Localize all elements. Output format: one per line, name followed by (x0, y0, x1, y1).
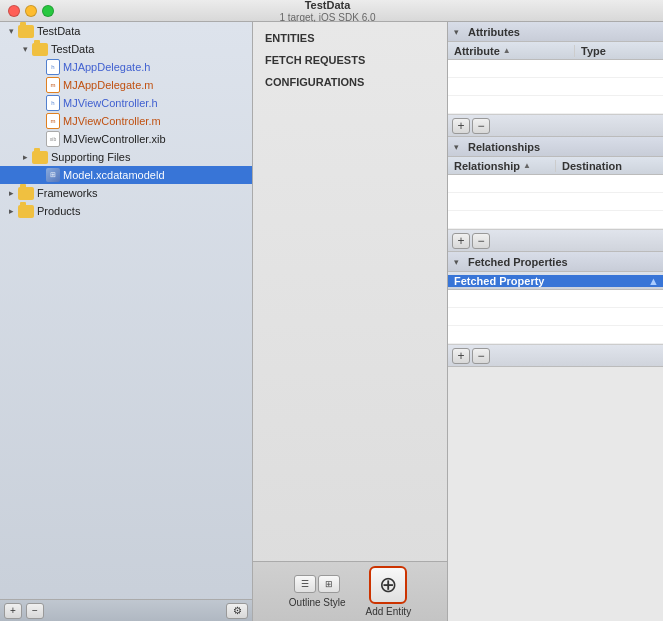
sidebar-add-button[interactable]: + (4, 603, 22, 619)
sidebar-item-label: MJAppDelegate.m (63, 79, 154, 91)
attributes-remove-button[interactable]: − (472, 118, 490, 134)
fetched-add-button[interactable]: + (452, 348, 470, 364)
attributes-add-button[interactable]: + (452, 118, 470, 134)
sidebar-item-testdata-group[interactable]: TestData (0, 40, 252, 58)
attributes-disclosure[interactable]: ▾ (454, 27, 464, 37)
relationship-col-header[interactable]: Relationship ▲ (448, 160, 556, 172)
middle-bottom-toolbar: ☰ ⊞ Outline Style ⊕ Add Entity (253, 561, 447, 621)
folder-icon (32, 43, 48, 56)
fetched-sort-arrow[interactable]: ▲ (644, 275, 663, 287)
add-entity-group: ⊕ Add Entity (366, 566, 412, 617)
relationships-section: ▾ Relationships Relationship ▲ Destinati… (448, 137, 663, 252)
relationships-title: Relationships (468, 141, 540, 153)
sidebar-content: TestData TestData h MJAppDelegate.h m MJ… (0, 22, 252, 599)
sidebar-item-products[interactable]: Products (0, 202, 252, 220)
empty-row (448, 193, 663, 211)
sidebar-item-label: MJViewController.h (63, 97, 158, 109)
fetched-properties-table: Fetched Property ▲ (448, 272, 663, 344)
outline-style-label: Outline Style (289, 597, 346, 608)
relationships-remove-button[interactable]: − (472, 233, 490, 249)
middle-panel: ENTITIES FETCH REQUESTS CONFIGURATIONS ☰… (253, 22, 448, 621)
sidebar-item-testdata-root[interactable]: TestData (0, 22, 252, 40)
empty-row (448, 308, 663, 326)
minimize-button[interactable] (25, 5, 37, 17)
relationships-empty-rows (448, 175, 663, 229)
attributes-section-header: ▾ Attributes (448, 22, 663, 42)
disclosure-arrow[interactable] (18, 42, 32, 56)
outline-style-group: ☰ ⊞ Outline Style (289, 575, 346, 608)
outline-style-list-button[interactable]: ☰ (294, 575, 316, 593)
sidebar-item-viewcontroller-xib[interactable]: xib MJViewController.xib (0, 130, 252, 148)
col-label: Attribute (454, 45, 500, 57)
add-entity-icon: ⊕ (379, 572, 397, 598)
fetch-requests-label[interactable]: FETCH REQUESTS (253, 48, 447, 70)
folder-icon (18, 187, 34, 200)
right-panel: ▾ Attributes Attribute ▲ Type (448, 22, 663, 621)
configurations-label[interactable]: CONFIGURATIONS (253, 70, 447, 92)
attributes-table-header: Attribute ▲ Type (448, 42, 663, 60)
sidebar-remove-button[interactable]: − (26, 603, 44, 619)
sidebar-item-frameworks[interactable]: Frameworks (0, 184, 252, 202)
sidebar-item-viewcontroller-m[interactable]: m MJViewController.m (0, 112, 252, 130)
outline-style-indent-button[interactable]: ⊞ (318, 575, 340, 593)
sidebar-item-label: MJViewController.xib (63, 133, 166, 145)
sidebar-item-label: Frameworks (37, 187, 98, 199)
relationships-section-header: ▾ Relationships (448, 137, 663, 157)
col-label: Type (581, 45, 606, 57)
fetched-properties-table-header: Fetched Property ▲ (448, 272, 663, 290)
sort-arrow-icon: ▲ (523, 161, 531, 170)
file-icon: h (46, 95, 60, 111)
project-name: TestData (305, 0, 351, 11)
sidebar-item-appdelegate-m[interactable]: m MJAppDelegate.m (0, 76, 252, 94)
fetched-property-col-header[interactable]: Fetched Property (448, 275, 644, 287)
traffic-lights (8, 5, 54, 17)
relationships-table: Relationship ▲ Destination (448, 157, 663, 229)
entities-label[interactable]: ENTITIES (253, 26, 447, 48)
relationships-footer: + − (448, 229, 663, 251)
empty-row (448, 96, 663, 114)
attributes-empty-rows (448, 60, 663, 114)
relationships-add-button[interactable]: + (452, 233, 470, 249)
disclosure-arrow[interactable] (4, 24, 18, 38)
sidebar-action-button[interactable]: ⚙ (226, 603, 248, 619)
add-entity-label: Add Entity (366, 606, 412, 617)
outline-icons: ☰ ⊞ (294, 575, 340, 593)
main-layout: TestData TestData h MJAppDelegate.h m MJ… (0, 22, 663, 621)
attributes-table: Attribute ▲ Type (448, 42, 663, 114)
fetched-properties-disclosure[interactable]: ▾ (454, 257, 464, 267)
sort-arrow-icon: ▲ (503, 46, 511, 55)
disclosure-arrow[interactable] (18, 150, 32, 164)
maximize-button[interactable] (42, 5, 54, 17)
destination-col-header[interactable]: Destination (556, 160, 663, 172)
sidebar-item-label: TestData (37, 25, 80, 37)
sidebar-toolbar: + − ⚙ (0, 599, 252, 621)
fetched-properties-section-header: ▾ Fetched Properties (448, 252, 663, 272)
sidebar-item-viewcontroller-h[interactable]: h MJViewController.h (0, 94, 252, 112)
relationships-disclosure[interactable]: ▾ (454, 142, 464, 152)
sidebar-item-appdelegate-h[interactable]: h MJAppDelegate.h (0, 58, 252, 76)
empty-row (448, 290, 663, 308)
add-entity-button[interactable]: ⊕ (369, 566, 407, 604)
sidebar-item-supporting-files[interactable]: Supporting Files (0, 148, 252, 166)
sidebar-item-label: Model.xcdatamodeld (63, 169, 165, 181)
middle-items: ENTITIES FETCH REQUESTS CONFIGURATIONS (253, 22, 447, 561)
empty-row (448, 211, 663, 229)
relationships-table-header: Relationship ▲ Destination (448, 157, 663, 175)
file-icon: h (46, 59, 60, 75)
folder-icon (18, 25, 34, 38)
folder-icon (18, 205, 34, 218)
disclosure-arrow[interactable] (4, 204, 18, 218)
close-button[interactable] (8, 5, 20, 17)
fetched-remove-button[interactable]: − (472, 348, 490, 364)
disclosure-arrow[interactable] (4, 186, 18, 200)
title-bar: TestData 1 target, iOS SDK 6.0 (0, 0, 663, 22)
model-icon: ⊞ (46, 168, 60, 182)
empty-row (448, 60, 663, 78)
attributes-title: Attributes (468, 26, 520, 38)
attribute-col-header[interactable]: Attribute ▲ (448, 45, 575, 57)
type-col-header[interactable]: Type (575, 45, 663, 57)
folder-icon (32, 151, 48, 164)
col-label: Fetched Property (454, 275, 544, 287)
sidebar-item-model[interactable]: ⊞ Model.xcdatamodeld (0, 166, 252, 184)
attributes-footer: + − (448, 114, 663, 136)
